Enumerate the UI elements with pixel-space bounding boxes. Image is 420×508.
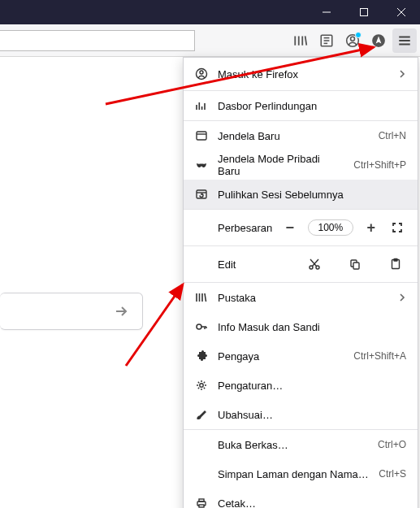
menu-item-label: Jendela Baru	[218, 130, 369, 142]
svg-point-26	[197, 324, 201, 329]
library-icon	[195, 291, 208, 304]
library-button[interactable]	[288, 28, 313, 53]
edit-label: Edit	[218, 258, 284, 271]
reader-button[interactable]	[314, 28, 339, 53]
printer-icon	[195, 497, 208, 508]
paintbrush-icon	[195, 408, 208, 421]
menu-edit-row: Edit	[184, 246, 418, 282]
shortcut-label: Ctrl+Shift+P	[353, 159, 406, 171]
hamburger-menu-button[interactable]	[392, 28, 417, 53]
window-icon	[195, 129, 208, 142]
account-button[interactable]	[340, 28, 365, 53]
menu-item-label: Pengaya	[218, 350, 344, 363]
dashboard-icon	[195, 99, 208, 112]
svg-point-9	[351, 37, 355, 41]
notification-dot-icon	[355, 32, 362, 38]
menu-item-label: Pustaka	[218, 292, 388, 304]
menu-item-label: Cetak…	[218, 497, 406, 509]
menu-item-label: Jendela Mode Pribadi Baru	[218, 153, 344, 177]
copy-button[interactable]	[344, 254, 366, 275]
menu-protection-dashboard[interactable]: Dasbor Perlindungan	[184, 91, 418, 120]
menu-restore-session[interactable]: Pulihkan Sesi Sebelumnya	[184, 180, 418, 209]
close-button[interactable]	[383, 0, 420, 24]
search-card[interactable]	[0, 293, 143, 330]
menu-item-label: Info Masuk dan Sandi	[218, 321, 406, 333]
menu-item-label: Dasbor Perlindungan	[218, 100, 406, 112]
menu-save-page[interactable]: Simpan Laman dengan Nama… Ctrl+S	[184, 459, 418, 488]
paste-button[interactable]	[385, 254, 406, 275]
account-icon	[195, 67, 208, 80]
zoom-out-button[interactable]: −	[280, 217, 299, 238]
menu-sign-in[interactable]: Masuk ke Firefox	[184, 58, 418, 90]
svg-point-27	[200, 384, 203, 387]
minimize-button[interactable]	[308, 0, 345, 24]
svg-point-15	[200, 71, 203, 74]
url-bar[interactable]	[0, 30, 195, 51]
shortcut-label: Ctrl+Shift+A	[353, 350, 406, 362]
svg-rect-1	[361, 9, 368, 16]
menu-customize[interactable]: Ubahsuai…	[184, 400, 418, 429]
shortcut-label: Ctrl+O	[378, 439, 406, 450]
menu-item-label: Pulihkan Sesi Sebelumnya	[218, 189, 406, 201]
menu-zoom-row: Perbesaran − 100% +	[184, 210, 418, 245]
svg-point-21	[316, 266, 319, 269]
maximize-button[interactable]	[345, 0, 383, 24]
svg-rect-16	[197, 132, 206, 140]
mask-icon	[195, 158, 208, 172]
app-menu: Masuk ke Firefox Dasbor Perlindungan Jen…	[183, 57, 418, 508]
puzzle-icon	[195, 350, 208, 363]
shortcut-label: Ctrl+S	[379, 468, 406, 480]
menu-settings[interactable]: Pengaturan…	[184, 371, 418, 400]
menu-library[interactable]: Pustaka	[184, 283, 418, 312]
svg-rect-29	[199, 499, 204, 501]
zoom-level-button[interactable]: 100%	[308, 219, 354, 236]
browser-toolbar	[0, 24, 420, 57]
menu-item-label: Masuk ke Firefox	[218, 68, 388, 80]
svg-rect-30	[199, 505, 204, 507]
menu-private-window[interactable]: Jendela Mode Pribadi Baru Ctrl+Shift+P	[184, 150, 418, 180]
zoom-in-button[interactable]: +	[362, 217, 380, 238]
menu-item-label: Pengaturan…	[218, 380, 406, 392]
key-icon	[195, 320, 208, 333]
menu-item-label: Buka Berkas…	[195, 439, 368, 451]
svg-point-20	[310, 266, 313, 269]
menu-open-file[interactable]: Buka Berkas… Ctrl+O	[184, 430, 418, 459]
chevron-right-icon	[398, 293, 406, 302]
cut-button[interactable]	[304, 254, 325, 275]
menu-print[interactable]: Cetak…	[184, 488, 418, 508]
chevron-right-icon	[398, 70, 406, 78]
browsing-indicator-button[interactable]	[366, 28, 391, 53]
menu-logins[interactable]: Info Masuk dan Sandi	[184, 312, 418, 341]
shortcut-label: Ctrl+N	[379, 130, 406, 141]
zoom-label: Perbesaran	[195, 222, 272, 234]
menu-new-window[interactable]: Jendela Baru Ctrl+N	[184, 121, 418, 150]
arrow-right-icon	[113, 303, 129, 319]
menu-item-label: Ubahsuai…	[218, 409, 406, 421]
gear-icon	[195, 379, 208, 392]
restore-icon	[195, 188, 208, 201]
menu-item-label: Simpan Laman dengan Nama…	[195, 468, 369, 480]
window-titlebar	[0, 0, 420, 24]
fullscreen-button[interactable]	[389, 218, 407, 237]
svg-rect-23	[353, 263, 359, 269]
svg-rect-25	[394, 259, 397, 262]
menu-addons[interactable]: Pengaya Ctrl+Shift+A	[184, 341, 418, 371]
